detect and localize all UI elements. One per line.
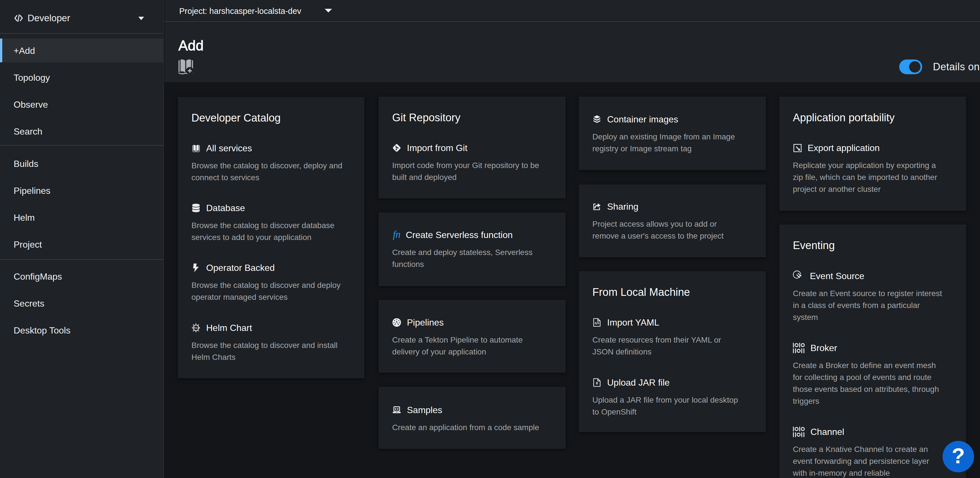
svg-text:HELM: HELM	[192, 326, 200, 329]
